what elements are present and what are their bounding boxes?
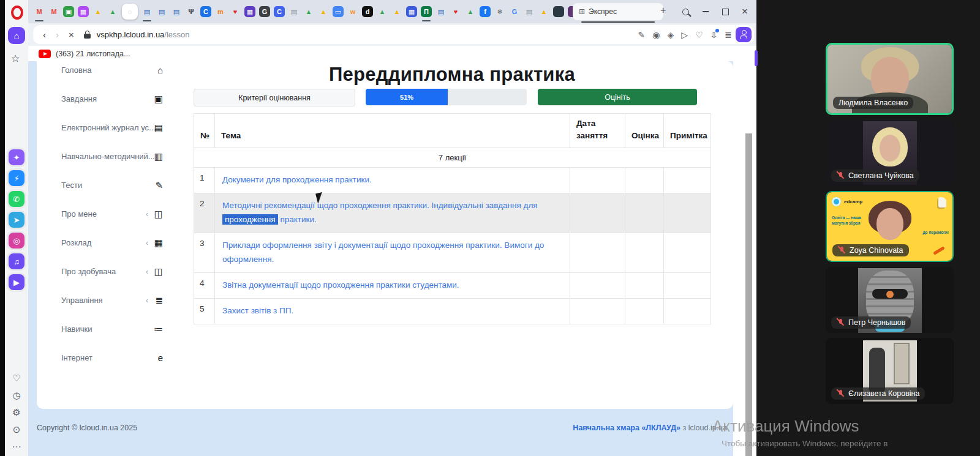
- toolbar-icon[interactable]: ✎: [638, 31, 645, 39]
- menu-item[interactable]: Інтернет e: [37, 343, 194, 372]
- pinned-tab-favicon[interactable]: ▲: [303, 6, 314, 17]
- sidebar-tool-icon[interactable]: ◷: [12, 391, 20, 400]
- participant-tile[interactable]: Єлизавета Коровіна: [826, 338, 954, 404]
- toolbar-icon[interactable]: ▷: [681, 31, 688, 39]
- toolbar-icon[interactable]: ≣: [725, 31, 732, 39]
- pinned-tab-favicon[interactable]: П: [421, 6, 432, 17]
- pinned-tab-favicon[interactable]: ▤: [141, 6, 153, 17]
- menu-item[interactable]: Навички ≔: [37, 315, 194, 343]
- sidebar-app-icon[interactable]: ✆: [9, 191, 24, 207]
- sidebar-tool-icon[interactable]: ♡: [12, 373, 20, 383]
- edcamp-slogan2: до перемоги!: [922, 230, 949, 234]
- pinned-tab-favicon[interactable]: ♥: [230, 6, 241, 17]
- sidebar-app-icon[interactable]: ▶: [9, 274, 24, 290]
- menu-item[interactable]: Навчально-методичний... ▥: [37, 142, 194, 171]
- pinned-tab-favicon[interactable]: ▦: [406, 6, 417, 17]
- pinned-tab-favicon[interactable]: m: [215, 6, 226, 17]
- menu-item[interactable]: Про мене ‹ ◫: [37, 200, 194, 228]
- express-panel-tab[interactable]: ⊞ Экспрес: [573, 3, 663, 20]
- pinned-tab-favicon[interactable]: ▦: [244, 6, 255, 17]
- pinned-tab-favicon[interactable]: f: [480, 6, 491, 17]
- pinned-tab-favicon[interactable]: ▲: [465, 6, 476, 17]
- pinned-tab-favicon[interactable]: ▤: [524, 6, 535, 17]
- pinned-tab-favicon[interactable]: ❄: [494, 6, 505, 17]
- pinned-tab-favicon[interactable]: ▲: [318, 6, 329, 17]
- lesson-link[interactable]: Приклади оформлення звіту і документації…: [222, 241, 544, 264]
- stop-button[interactable]: ×: [69, 29, 74, 40]
- participant-tile[interactable]: Петр Чернышов: [826, 267, 954, 333]
- pinned-tab-favicon[interactable]: w: [347, 6, 358, 17]
- pinned-tab-favicon[interactable]: M: [48, 6, 59, 17]
- toolbar-icon[interactable]: ◉: [652, 31, 660, 39]
- toolbar-icon[interactable]: ◈: [667, 31, 674, 39]
- pinned-tab-favicon[interactable]: ▦: [78, 6, 89, 17]
- scrollbar-thumb[interactable]: [745, 133, 752, 456]
- pinned-tab-favicon[interactable]: ♥: [450, 6, 461, 17]
- pinned-tab-favicon[interactable]: ▲: [377, 6, 388, 17]
- profile-button[interactable]: [736, 27, 752, 42]
- speed-dial-home-button[interactable]: ⌂: [8, 27, 25, 44]
- menu-item[interactable]: Завдання ▣: [37, 84, 194, 113]
- participant-tile[interactable]: edcamp Освіта — наша могутня зброя до пе…: [826, 191, 954, 262]
- menu-item[interactable]: Тести ✎: [37, 171, 194, 200]
- lesson-page: Головна ⌂ Завдання ▣ Електронний журнал …: [28, 61, 756, 456]
- toolbar-icon[interactable]: ⇩: [710, 31, 718, 39]
- menu-item[interactable]: Про здобувача ‹ ◫: [37, 257, 194, 286]
- menu-item[interactable]: Електронний журнал ус... ▤: [37, 113, 194, 142]
- sidebar-app-icon[interactable]: ♫: [9, 253, 24, 269]
- pinned-tab-favicon[interactable]: G: [509, 6, 520, 17]
- lesson-link[interactable]: Методичні рекомендації щодо проходження …: [222, 201, 538, 225]
- forward-button[interactable]: ›: [56, 29, 59, 40]
- sidebar-app-icon[interactable]: ◎: [9, 233, 24, 249]
- pinned-tab-favicon[interactable]: ▲: [391, 6, 402, 17]
- pinned-tab-favicon[interactable]: ▤: [156, 6, 167, 17]
- pinned-tab-favicon[interactable]: d: [362, 6, 373, 17]
- pinned-tab-favicon[interactable]: ▣: [63, 6, 74, 17]
- participant-tile[interactable]: Людмила Власенко: [826, 43, 954, 115]
- scrollbar-track[interactable]: [733, 61, 756, 456]
- menu-item-label: Управління: [61, 296, 103, 305]
- pinned-tab-favicon[interactable]: ▲: [538, 6, 549, 17]
- restore-button[interactable]: [717, 0, 734, 23]
- menu-item-icon: ▦: [154, 237, 163, 249]
- pinned-tab-favicon[interactable]: C: [274, 6, 285, 17]
- pinned-tab-favicon[interactable]: ▤: [435, 6, 447, 17]
- pinned-tab-favicon[interactable]: ▤: [171, 6, 182, 17]
- pinned-tab-favicon[interactable]: M: [34, 6, 45, 17]
- menu-item[interactable]: Розклад ‹ ▦: [37, 228, 194, 257]
- sidebar-tool-icon[interactable]: ⋯: [12, 442, 21, 451]
- pinned-tab-favicon[interactable]: G: [259, 6, 270, 17]
- pinned-tab-favicon[interactable]: ◌: [122, 4, 138, 20]
- sidebar-app-icon[interactable]: ⚡: [9, 170, 24, 186]
- bookmarks-star-icon[interactable]: ☆: [11, 53, 20, 64]
- pinned-tab-favicon[interactable]: C: [200, 6, 211, 17]
- pinned-tab-favicon[interactable]: ▭: [333, 6, 344, 17]
- criteria-button[interactable]: Критерії оцінювання: [194, 89, 355, 107]
- lesson-link[interactable]: Документи для проходження практики.: [222, 175, 372, 184]
- search-tabs-button[interactable]: [677, 0, 694, 23]
- pinned-tab-favicon[interactable]: ▤: [288, 6, 300, 17]
- menu-item[interactable]: Головна ⌂: [37, 56, 194, 84]
- sidebar-tool-icon[interactable]: ⊙: [13, 425, 21, 434]
- cloud-link[interactable]: Навчальна хмара «ЛКЛАУД»: [573, 424, 680, 432]
- lesson-link[interactable]: Звітна документації щодо проходження пра…: [222, 280, 459, 290]
- pinned-tab-favicon[interactable]: Ψ: [186, 6, 197, 17]
- lesson-link[interactable]: Захист звітів з ПП.: [222, 306, 293, 315]
- rate-button[interactable]: Оцініть: [538, 89, 697, 105]
- url-text[interactable]: vspkhp.lcloud.in.ua/lesson: [97, 30, 190, 39]
- back-button[interactable]: ‹: [43, 29, 46, 40]
- minimize-button[interactable]: [697, 0, 714, 23]
- sidebar-tool-icon[interactable]: ⚙: [12, 408, 20, 417]
- pinned-tab-favicon[interactable]: [553, 6, 564, 17]
- pinned-tab-favicon[interactable]: ▲: [92, 6, 104, 17]
- close-button[interactable]: ×: [736, 0, 753, 23]
- sidebar-app-icon[interactable]: ✦: [9, 149, 24, 165]
- menu-item[interactable]: Управління ‹ ≣: [37, 286, 194, 315]
- participant-tile[interactable]: Светлана Чуйкова: [826, 120, 954, 186]
- address-bar[interactable]: ‹ › × vspkhp.lcloud.in.ua/lesson ✎◉◈▷♡⇩≣: [33, 25, 754, 44]
- toolbar-icon[interactable]: ♡: [695, 31, 703, 39]
- progress-bar: 51%: [366, 89, 527, 105]
- pinned-tab-favicon[interactable]: ▲: [107, 6, 118, 17]
- sidebar-app-icon[interactable]: ➤: [9, 212, 24, 228]
- new-tab-button[interactable]: +: [660, 5, 666, 16]
